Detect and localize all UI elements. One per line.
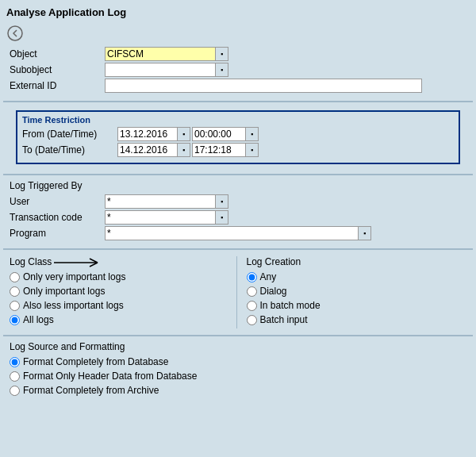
log-creation-label-4: Batch input xyxy=(260,314,308,325)
log-class-option-1: Only very important logs xyxy=(10,271,230,282)
log-class-creation-section: Log Class Only very important logs Only … xyxy=(3,253,473,332)
from-time-picker[interactable]: ▪ xyxy=(246,127,259,141)
from-time-input[interactable] xyxy=(192,127,246,141)
log-creation-label-1: Any xyxy=(260,271,277,282)
log-source-section: Log Source and Formatting Format Complet… xyxy=(3,340,473,402)
log-source-option-1: Format Completely from Database xyxy=(10,356,466,367)
log-class-label-4: All logs xyxy=(23,314,54,325)
to-label: To (Date/Time) xyxy=(22,144,117,156)
time-restriction-box: Time Restriction From (Date/Time) ▪ ▪ To… xyxy=(16,110,460,164)
external-id-label: External ID xyxy=(10,80,105,91)
log-creation-option-1: Any xyxy=(247,271,467,282)
program-input-group: ▪ xyxy=(105,226,371,240)
toolbar xyxy=(3,23,473,45)
from-date-group: ▪ xyxy=(117,127,190,141)
transaction-input[interactable] xyxy=(105,210,216,225)
object-label: Object xyxy=(10,48,105,60)
divider-4 xyxy=(3,335,473,336)
subobject-input-group: ▪ xyxy=(105,63,228,77)
log-class-column: Log Class Only very important logs Only … xyxy=(10,256,237,328)
log-triggered-label: Log Triggered By xyxy=(10,180,466,191)
object-input-group: ▪ xyxy=(105,47,228,61)
to-time-input[interactable] xyxy=(192,143,246,157)
log-source-radio-3[interactable] xyxy=(10,386,20,396)
from-label: From (Date/Time) xyxy=(22,129,117,140)
log-creation-option-3: In batch mode xyxy=(247,300,467,311)
log-class-label-1: Only very important logs xyxy=(23,271,125,282)
to-row: To (Date/Time) ▪ ▪ xyxy=(22,143,454,157)
log-class-option-3: Also less important logs xyxy=(10,300,230,311)
time-restriction-section: Time Restriction From (Date/Time) ▪ ▪ To… xyxy=(3,106,473,171)
main-window: Analyse Application Log Object ▪ Subobje… xyxy=(0,0,476,405)
log-creation-option-4: Batch input xyxy=(247,314,467,325)
log-source-radio-2[interactable] xyxy=(10,371,20,382)
program-row: Program ▪ xyxy=(10,226,466,240)
from-date-picker[interactable]: ▪ xyxy=(178,127,190,141)
transaction-input-group: ▪ xyxy=(105,210,228,225)
log-class-label-3: Also less important logs xyxy=(23,300,124,311)
external-id-row: External ID xyxy=(10,79,466,93)
from-date-input[interactable] xyxy=(117,127,178,141)
log-class-radio-4[interactable] xyxy=(10,315,20,325)
to-time-group: ▪ xyxy=(192,143,259,157)
program-input[interactable] xyxy=(105,226,359,240)
object-section: Object ▪ Subobject ▪ External ID xyxy=(3,45,473,98)
subobject-input[interactable] xyxy=(105,63,216,77)
log-source-header: Log Source and Formatting xyxy=(10,341,466,352)
svg-point-0 xyxy=(8,26,22,40)
external-id-input[interactable] xyxy=(105,79,422,93)
log-source-option-2: Format Only Header Data from Database xyxy=(10,371,466,382)
object-input[interactable] xyxy=(105,47,216,61)
to-date-group: ▪ xyxy=(117,143,190,157)
transaction-picker-button[interactable]: ▪ xyxy=(216,210,228,225)
object-row: Object ▪ xyxy=(10,47,466,61)
log-class-label-2: Only important logs xyxy=(23,286,105,297)
log-class-radio-2[interactable] xyxy=(10,286,20,297)
log-source-label-3: Format Completely from Archive xyxy=(23,385,159,396)
transaction-row: Transaction code ▪ xyxy=(10,210,466,225)
subobject-picker-button[interactable]: ▪ xyxy=(216,63,228,77)
user-input-group: ▪ xyxy=(105,194,228,209)
log-class-option-2: Only important logs xyxy=(10,286,230,297)
subobject-row: Subobject ▪ xyxy=(10,63,466,77)
divider-2 xyxy=(3,174,473,175)
user-input[interactable] xyxy=(105,194,216,209)
program-picker-button[interactable]: ▪ xyxy=(359,226,371,240)
log-creation-radio-4[interactable] xyxy=(247,315,257,325)
log-triggered-section: Log Triggered By User ▪ Transaction code… xyxy=(3,179,473,245)
time-restriction-label: Time Restriction xyxy=(22,115,454,125)
log-class-option-4: All logs xyxy=(10,314,230,325)
user-row: User ▪ xyxy=(10,194,466,209)
transaction-label: Transaction code xyxy=(10,212,105,223)
log-creation-label-3: In batch mode xyxy=(260,300,321,311)
log-creation-radio-2[interactable] xyxy=(247,286,257,297)
divider-3 xyxy=(3,248,473,250)
subobject-label: Subobject xyxy=(10,64,105,75)
log-class-header: Log Class xyxy=(10,256,230,267)
log-creation-option-2: Dialog xyxy=(247,286,467,297)
log-creation-label-2: Dialog xyxy=(260,286,287,297)
log-creation-header: Log Creation xyxy=(247,256,467,267)
log-creation-column: Log Creation Any Dialog In batch mode Ba… xyxy=(244,256,467,328)
log-creation-radio-3[interactable] xyxy=(247,301,257,311)
log-source-radio-1[interactable] xyxy=(10,357,20,367)
to-date-input[interactable] xyxy=(117,143,178,157)
log-class-radio-1[interactable] xyxy=(10,272,20,282)
program-label: Program xyxy=(10,228,105,239)
user-picker-button[interactable]: ▪ xyxy=(216,194,228,209)
back-icon[interactable] xyxy=(6,25,24,42)
window-title: Analyse Application Log xyxy=(3,3,473,23)
to-time-picker[interactable]: ▪ xyxy=(246,143,259,157)
log-source-label-1: Format Completely from Database xyxy=(23,356,168,367)
from-row: From (Date/Time) ▪ ▪ xyxy=(22,127,454,141)
log-creation-radio-1[interactable] xyxy=(247,272,257,282)
object-picker-button[interactable]: ▪ xyxy=(216,47,228,61)
divider-1 xyxy=(3,101,473,102)
arrow-annotation xyxy=(54,255,117,271)
log-source-option-3: Format Completely from Archive xyxy=(10,385,466,396)
log-class-radio-3[interactable] xyxy=(10,301,20,311)
from-time-group: ▪ xyxy=(192,127,259,141)
to-date-picker[interactable]: ▪ xyxy=(178,143,190,157)
user-label: User xyxy=(10,196,105,207)
log-source-label-2: Format Only Header Data from Database xyxy=(23,371,197,382)
